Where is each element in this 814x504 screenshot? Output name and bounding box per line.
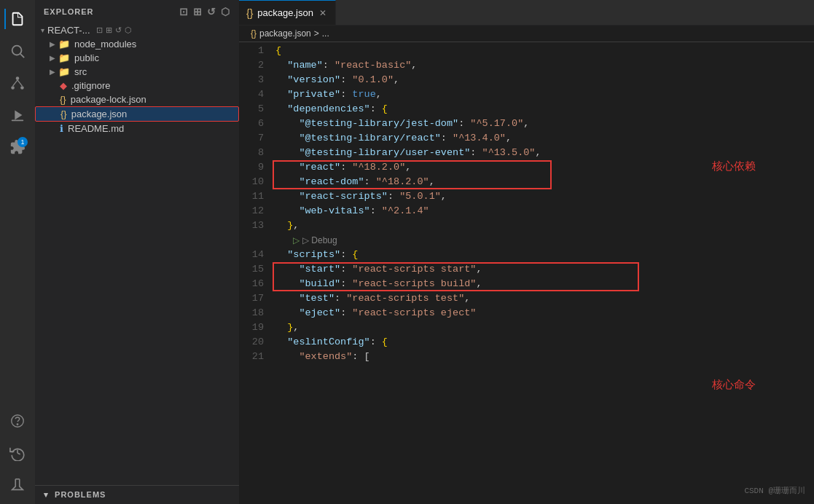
- code-line-12: "web-vitals": "^2.1.4": [275, 204, 814, 218]
- svg-point-3: [11, 86, 15, 90]
- problems-section[interactable]: ▾ PROBLEMS: [35, 485, 239, 504]
- code-line-8: "@testing-library/user-event": "^13.5.0"…: [275, 146, 814, 160]
- package-lock-label: package-lock.json: [71, 94, 146, 105]
- code-line-13: },: [275, 218, 814, 233]
- tree-item-readme[interactable]: ℹ README.md: [35, 122, 239, 135]
- highlight-region-2: "start": "react-scripts start", "build":…: [275, 262, 814, 291]
- annotation-core-cmds: 核心命令: [712, 377, 756, 392]
- editor-content[interactable]: 1 2 3 4 5 6 7 8 9 10 11 12 13 ▷ 14 15 16…: [239, 42, 814, 504]
- collapse-problems-arrow: ▾: [44, 490, 49, 499]
- watermark: CSDN @珊珊而川: [744, 484, 805, 498]
- code-line-11: "react-scripts": "5.0.1",: [275, 189, 814, 204]
- breadcrumb: {} package.json > ...: [239, 25, 814, 42]
- extensions-icon[interactable]: 1: [4, 134, 31, 160]
- refresh-icon[interactable]: ↺: [207, 6, 216, 17]
- public-arrow: ▶: [50, 54, 55, 62]
- src-arrow: ▶: [50, 68, 55, 76]
- tree-root[interactable]: ▾ REACT-... ⊡ ⊞ ↺ ⬡: [35, 23, 239, 37]
- svg-point-9: [17, 424, 17, 425]
- gitignore-label: .gitignore: [71, 80, 110, 91]
- debug-play-icon: ▷: [293, 233, 300, 248]
- src-folder-icon: 📁: [58, 66, 70, 77]
- svg-point-4: [20, 86, 24, 90]
- code-line-10: "react-dom": "^18.2.0",: [275, 175, 814, 189]
- gitignore-icon: ◆: [60, 80, 67, 91]
- readme-icon: ℹ: [60, 123, 63, 134]
- tree-item-package-lock[interactable]: {} package-lock.json: [35, 92, 239, 106]
- svg-line-5: [13, 80, 17, 86]
- tab-package-json[interactable]: {} package.json ✕: [239, 0, 336, 25]
- source-control-icon[interactable]: [4, 70, 31, 96]
- breadcrumb-separator: >: [314, 28, 319, 39]
- sidebar: EXPLORER ⊡ ⊞ ↺ ⬡ ▾ REACT-... ⊡ ⊞ ↺ ⬡ ▶ 📁…: [35, 0, 239, 504]
- breadcrumb-file[interactable]: package.json: [259, 28, 311, 39]
- public-label: public: [74, 52, 99, 63]
- tree-item-gitignore[interactable]: ◆ .gitignore: [35, 79, 239, 92]
- collapse-all-action[interactable]: ⬡: [125, 25, 132, 35]
- svg-rect-7: [12, 119, 24, 121]
- code-line-21: "extends": [: [275, 350, 814, 364]
- breadcrumb-rest: ...: [322, 28, 329, 39]
- run-debug-icon[interactable]: [4, 102, 31, 128]
- src-label: src: [74, 66, 87, 77]
- tab-file-icon: {}: [246, 7, 253, 19]
- tree-item-node-modules[interactable]: ▶ 📁 node_modules: [35, 37, 239, 51]
- readme-label: README.md: [68, 123, 124, 134]
- code-area: { "name": "react-basic", "version": "0.1…: [270, 42, 814, 504]
- svg-point-2: [16, 76, 20, 80]
- root-label: REACT-...: [47, 25, 90, 36]
- tab-label: package.json: [257, 7, 313, 18]
- code-line-14: "scripts": {: [275, 248, 814, 262]
- history-icon[interactable]: [4, 440, 31, 466]
- svg-line-6: [17, 80, 22, 86]
- root-arrow: ▾: [41, 26, 44, 34]
- editor-area: {} package.json ✕ {} package.json > ... …: [239, 0, 814, 504]
- debug-line[interactable]: ▷ ▷ Debug: [275, 233, 814, 248]
- code-line-17: "test": "react-scripts test",: [275, 291, 814, 306]
- tree-item-package-json[interactable]: {} package.json: [35, 106, 239, 122]
- code-line-7: "@testing-library/react": "^13.4.0",: [275, 131, 814, 146]
- tree-item-public[interactable]: ▶ 📁 public: [35, 51, 239, 65]
- collapse-icon[interactable]: ⬡: [221, 6, 230, 17]
- annotation-core-deps: 核心依赖: [712, 159, 756, 173]
- package-json-icon: {}: [60, 109, 67, 119]
- problems-label: PROBLEMS: [55, 490, 106, 499]
- lab-icon[interactable]: [4, 472, 31, 498]
- file-tree: ▾ REACT-... ⊡ ⊞ ↺ ⬡ ▶ 📁 node_modules ▶ 📁…: [35, 23, 239, 485]
- node-modules-arrow: ▶: [50, 40, 55, 48]
- svg-line-11: [17, 453, 20, 454]
- code-line-1: {: [275, 44, 814, 58]
- svg-line-1: [20, 54, 24, 58]
- tab-close-button[interactable]: ✕: [318, 7, 328, 19]
- explorer-icon[interactable]: [4, 6, 31, 32]
- code-line-18: "eject": "react-scripts eject": [275, 306, 814, 320]
- extensions-badge: 1: [17, 137, 28, 147]
- folder-icon: 📁: [58, 39, 70, 50]
- package-json-label: package.json: [71, 109, 128, 119]
- node-modules-label: node_modules: [74, 39, 136, 50]
- search-icon[interactable]: [4, 38, 31, 64]
- code-line-16: "build": "react-scripts build",: [275, 277, 814, 291]
- new-folder-action[interactable]: ⊞: [106, 25, 112, 35]
- debug-label: ▷ Debug: [302, 233, 337, 248]
- svg-point-0: [12, 46, 22, 55]
- code-line-19: },: [275, 320, 814, 335]
- sidebar-header: EXPLORER ⊡ ⊞ ↺ ⬡: [35, 0, 239, 23]
- refresh-action[interactable]: ↺: [115, 25, 122, 35]
- new-file-icon[interactable]: ⊡: [179, 6, 189, 17]
- code-line-3: "version": "0.1.0",: [275, 73, 814, 87]
- code-line-2: "name": "react-basic",: [275, 58, 814, 73]
- breadcrumb-icon: {}: [251, 28, 257, 39]
- ai-icon[interactable]: [4, 408, 31, 434]
- line-numbers: 1 2 3 4 5 6 7 8 9 10 11 12 13 ▷ 14 15 16…: [239, 42, 270, 504]
- tab-bar: {} package.json ✕: [239, 0, 814, 25]
- public-folder-icon: 📁: [58, 52, 70, 63]
- code-line-15: "start": "react-scripts start",: [275, 262, 814, 277]
- tree-item-src[interactable]: ▶ 📁 src: [35, 65, 239, 79]
- new-file-action[interactable]: ⊡: [96, 25, 103, 35]
- package-lock-icon: {}: [60, 94, 66, 105]
- code-line-20: "eslintConfig": {: [275, 335, 814, 350]
- new-folder-icon[interactable]: ⊞: [193, 6, 203, 17]
- activity-bar: 1: [0, 0, 35, 504]
- code-line-4: "private": true,: [275, 87, 814, 102]
